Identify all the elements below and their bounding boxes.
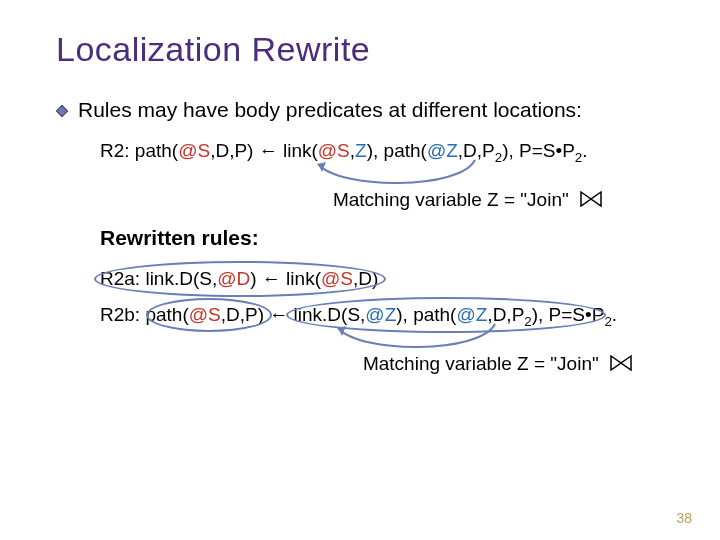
bowtie-join-icon xyxy=(610,354,632,376)
r2a-head-b: ) xyxy=(250,268,262,289)
svg-rect-0 xyxy=(56,105,67,116)
bullet-text: Rules may have body predicates at differ… xyxy=(78,98,582,122)
r2b-loc-z2: @Z xyxy=(456,304,487,325)
r2a-loc-s: @S xyxy=(321,268,353,289)
r2b-p1b: ,D,P) xyxy=(221,304,270,325)
r2-label: R2: xyxy=(100,140,135,161)
rule-r2a: R2a: link.D(S,@D) ← link(@S,D) xyxy=(100,268,672,290)
r2-p3c: ), P=S xyxy=(502,140,555,161)
r2-p4b: . xyxy=(582,140,587,161)
r2b-loc-z1: @Z xyxy=(365,304,396,325)
dot-icon: • xyxy=(585,304,592,325)
r2-p2a: link( xyxy=(278,140,318,161)
r2b-p4b: . xyxy=(612,304,617,325)
r2-loc-z: @Z xyxy=(427,140,458,161)
r2a-body-b: ,D) xyxy=(353,268,378,289)
diamond-bullet-icon xyxy=(56,105,68,117)
r2-p1b: ,D,P) xyxy=(210,140,259,161)
match-line-1: Matching variable Z = "Join" xyxy=(56,189,672,212)
r2-var-z1: Z xyxy=(355,140,367,161)
r2b-label: R2b: xyxy=(100,304,145,325)
r2a-label: R2a: xyxy=(100,268,145,289)
svg-marker-2 xyxy=(338,326,346,336)
r2-loc-s2: @S xyxy=(318,140,350,161)
left-arrow-icon: ← xyxy=(269,304,288,325)
slide-title: Localization Rewrite xyxy=(56,30,672,69)
r2b-p3b: ,D,P xyxy=(487,304,524,325)
r2a-loc-d: @D xyxy=(217,268,250,289)
match-text-1: Matching variable Z = "Join" xyxy=(333,189,569,210)
left-arrow-icon: ← xyxy=(262,268,281,289)
r2-loc-s1: @S xyxy=(178,140,210,161)
r2-p4a: P xyxy=(562,140,575,161)
left-arrow-icon: ← xyxy=(259,140,278,161)
r2-p3b: ,D,P xyxy=(458,140,495,161)
rewritten-subhead: Rewritten rules: xyxy=(100,226,672,250)
bowtie-join-icon xyxy=(580,190,602,212)
r2b-p2b: ), path( xyxy=(396,304,456,325)
match-text-2: Matching variable Z = "Join" xyxy=(363,353,599,374)
r2b-p4a: P xyxy=(592,304,605,325)
r2a-body-a: link( xyxy=(281,268,321,289)
r2a-head-a: link.D(S, xyxy=(145,268,217,289)
match-line-2: Matching variable Z = "Join" xyxy=(56,353,672,376)
r2-p1a: path( xyxy=(135,140,178,161)
r2b-loc-s: @S xyxy=(189,304,221,325)
rule-r2: R2: path(@S,D,P) ← link(@S,Z), path(@Z,D… xyxy=(100,140,672,165)
r2b-sub2: 2 xyxy=(604,314,611,329)
r2b-p1a: path( xyxy=(145,304,188,325)
page-number: 38 xyxy=(676,510,692,526)
r2-p2c: ), path( xyxy=(367,140,427,161)
svg-marker-1 xyxy=(318,162,326,172)
slide: Localization Rewrite Rules may have body… xyxy=(0,0,720,540)
rule-r2b: R2b: path(@S,D,P) ← link.D(S,@Z), path(@… xyxy=(100,304,672,329)
r2b-p2a: link.D(S, xyxy=(288,304,365,325)
bullet-line: Rules may have body predicates at differ… xyxy=(56,97,672,122)
r2b-sub1: 2 xyxy=(524,314,531,329)
r2b-p3c: ), P=S xyxy=(532,304,585,325)
